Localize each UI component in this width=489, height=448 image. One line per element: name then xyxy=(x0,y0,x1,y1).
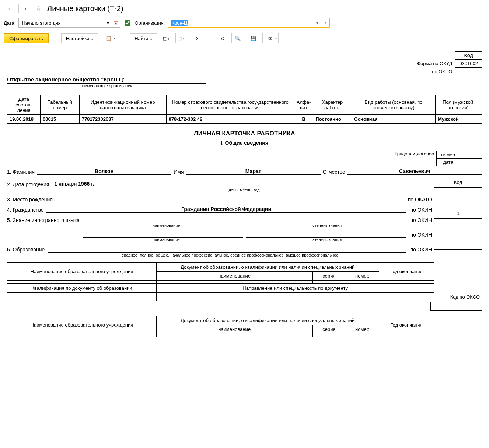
field-citizenship: Гражданин Российской Федерации xyxy=(46,206,406,213)
print-button[interactable]: 🖨 xyxy=(216,33,228,43)
org-name: Открытое акционерное общество "Крон-Ц" xyxy=(7,76,482,82)
label-lastname: 1. Фамилия xyxy=(7,169,35,175)
code-table: Код Форма по ОКУД 0301002 по ОКПО xyxy=(413,51,482,75)
label-education: 6. Образование xyxy=(7,247,45,253)
doc-title: ЛИЧНАЯ КАРТОЧКА РАБОТНИКА xyxy=(7,130,482,137)
find-button[interactable]: Найти... xyxy=(130,33,157,43)
codes-table: Код 1 xyxy=(434,177,482,250)
settings-button[interactable]: Настройки... xyxy=(61,33,98,43)
section1-title: I. Общие сведения xyxy=(7,140,482,146)
save-button[interactable]: 💾 xyxy=(247,33,259,43)
back-button[interactable]: ← xyxy=(4,4,16,13)
contract-label: Трудовой договор xyxy=(394,151,434,156)
field-education xyxy=(48,246,406,253)
date-select[interactable]: Начало этого дня ▼ 📅 xyxy=(18,18,120,28)
okpo-value xyxy=(455,68,482,75)
date-value: Начало этого дня xyxy=(19,18,104,27)
contract-table: номер дата xyxy=(436,151,482,166)
okso-code-box xyxy=(430,302,482,311)
collapse-button[interactable]: ⬚↔ xyxy=(175,33,188,43)
clear-icon[interactable]: × xyxy=(321,18,329,27)
calendar-icon[interactable]: 📅 xyxy=(112,18,120,27)
page-title: Личные карточки (Т-2) xyxy=(47,4,123,13)
variants-button[interactable]: 📋▾ xyxy=(101,33,117,43)
label-firstname: Имя xyxy=(174,169,184,175)
field-language-name xyxy=(83,216,243,223)
org-label: Организация: xyxy=(135,20,165,26)
generate-button[interactable]: Сформировать xyxy=(4,33,49,43)
forward-button[interactable]: → xyxy=(18,4,31,13)
label-patronymic: Отчество xyxy=(323,169,345,175)
education-table-2: Наименование образовательного учреждения… xyxy=(7,316,482,337)
label-birthplace: 3. Место рождения xyxy=(7,197,53,202)
org-checkbox[interactable] xyxy=(125,20,130,26)
okpo-label: по ОКПО xyxy=(413,68,455,75)
label-birthdate: 2. Дата рождения xyxy=(7,181,49,187)
org-select[interactable]: Крон-Ц ▾ × xyxy=(168,18,330,28)
field-patronymic: Савельевич xyxy=(347,168,482,175)
okud-label: Форма по ОКУД xyxy=(413,60,455,68)
main-table: Дата состав-ления Табельный номер Иденти… xyxy=(7,95,482,124)
code-header: Код xyxy=(455,52,482,60)
chevron-down-icon[interactable]: ▼ xyxy=(104,18,112,27)
field-firstname: Марат xyxy=(186,168,321,175)
chevron-down-icon[interactable]: ▾ xyxy=(313,18,321,27)
field-birthplace xyxy=(56,196,404,202)
field-birthdate: 1 января 1966 г. xyxy=(52,181,433,187)
date-label: Дата: xyxy=(4,20,15,26)
education-table-1: Наименование образовательного учреждения… xyxy=(7,262,482,301)
field-language-level xyxy=(246,216,406,223)
favorite-icon[interactable]: ☆ xyxy=(33,4,43,13)
org-caption: наименование организации xyxy=(7,83,206,88)
expand-button[interactable]: ⬚↕ xyxy=(160,33,172,43)
field-lastname: Волков xyxy=(37,168,171,175)
label-citizenship: 4. Гражданство xyxy=(7,207,43,213)
org-value: Крон-Ц xyxy=(171,20,188,26)
label-language: 5. Знание иностранного языка xyxy=(7,217,80,223)
okud-value: 0301002 xyxy=(455,60,482,68)
sum-button[interactable]: Σ xyxy=(191,33,203,43)
preview-button[interactable]: 🔍 xyxy=(231,33,244,43)
mail-button[interactable]: ✉▾ xyxy=(262,33,279,43)
